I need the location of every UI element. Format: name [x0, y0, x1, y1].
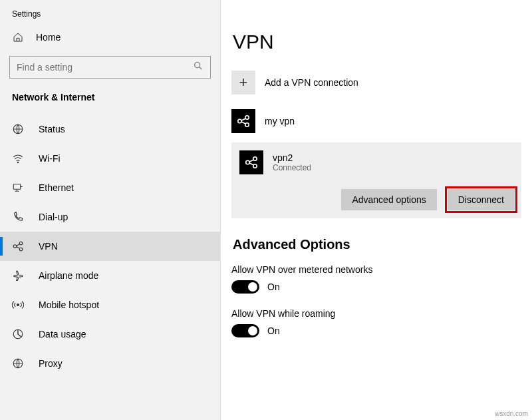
svg-point-11 — [238, 119, 242, 123]
plus-icon: + — [231, 71, 255, 95]
vpn-name: my vpn — [265, 116, 295, 126]
vpn-actions: Advanced options Disconnect — [239, 189, 515, 210]
vpn-connection-icon — [239, 150, 263, 174]
main-content: VPN + Add a VPN connection my vpn vpn2 C… — [221, 0, 532, 420]
vpn-selected-panel: vpn2 Connected Advanced options Disconne… — [231, 142, 521, 218]
nav-item-ethernet[interactable]: Ethernet — [0, 173, 220, 202]
svg-rect-4 — [13, 184, 21, 190]
nav-item-airplane[interactable]: Airplane mode — [0, 261, 220, 290]
vpn-name: vpn2 — [273, 152, 311, 163]
airplane-icon — [12, 270, 24, 282]
svg-point-15 — [253, 157, 257, 161]
add-vpn-label: Add a VPN connection — [265, 77, 358, 88]
dialup-icon — [12, 211, 24, 223]
nav-label: Mobile hotspot — [39, 300, 99, 310]
toggle-metered-group: Allow VPN over metered networks On — [231, 264, 521, 294]
nav-label: Airplane mode — [39, 270, 98, 281]
vpn-selected-item[interactable]: vpn2 Connected — [239, 150, 515, 174]
search-input[interactable] — [17, 62, 193, 73]
page-title: VPN — [233, 31, 521, 53]
toggle-label: Allow VPN over metered networks — [231, 264, 521, 275]
vpn-status: Connected — [273, 163, 311, 172]
vpn-connection-item[interactable]: my vpn — [231, 104, 521, 138]
watermark: wsxdn.com — [495, 410, 528, 417]
svg-point-13 — [245, 123, 249, 127]
svg-line-1 — [200, 67, 201, 69]
svg-point-3 — [17, 162, 19, 163]
toggle-state: On — [267, 282, 280, 292]
nav-item-dialup[interactable]: Dial-up — [0, 202, 220, 232]
vpn-connection-icon — [231, 109, 255, 133]
svg-point-0 — [195, 63, 200, 68]
home-label: Home — [36, 32, 61, 43]
datausage-icon — [12, 328, 24, 340]
nav-label: Dial-up — [39, 212, 68, 222]
toggle-label: Allow VPN while roaming — [231, 308, 521, 319]
svg-point-8 — [17, 304, 19, 306]
svg-point-6 — [19, 242, 23, 245]
nav-item-vpn[interactable]: VPN — [0, 232, 220, 261]
nav-item-datausage[interactable]: Data usage — [0, 319, 220, 349]
nav-label: Ethernet — [39, 182, 74, 193]
wifi-icon — [12, 152, 24, 164]
nav-item-status[interactable]: Status — [0, 114, 220, 144]
vpn-icon — [12, 240, 24, 252]
svg-point-16 — [253, 164, 257, 168]
svg-point-7 — [19, 248, 23, 251]
search-icon — [193, 61, 203, 74]
toggle-metered[interactable] — [231, 280, 259, 294]
window-title: Settings — [0, 0, 220, 25]
toggle-roaming[interactable] — [231, 324, 259, 337]
nav-label: Status — [39, 124, 65, 134]
hotspot-icon — [12, 299, 24, 311]
ethernet-icon — [12, 182, 24, 194]
toggle-state: On — [267, 325, 280, 336]
nav-label: Wi-Fi — [39, 153, 61, 164]
nav-item-hotspot[interactable]: Mobile hotspot — [0, 290, 220, 319]
add-vpn-button[interactable]: + Add a VPN connection — [231, 71, 521, 95]
svg-point-12 — [245, 116, 249, 120]
nav-label: VPN — [39, 241, 58, 252]
disconnect-button[interactable]: Disconnect — [448, 189, 515, 210]
nav-item-proxy[interactable]: Proxy — [0, 349, 220, 378]
advanced-options-heading: Advanced Options — [233, 237, 521, 252]
category-title: Network & Internet — [0, 88, 220, 114]
nav-label: Data usage — [39, 329, 86, 339]
nav-item-wifi[interactable]: Wi-Fi — [0, 144, 220, 173]
toggle-roaming-group: Allow VPN while roaming On — [231, 308, 521, 337]
home-icon — [12, 32, 24, 43]
advanced-options-button[interactable]: Advanced options — [341, 189, 436, 210]
nav-label: Proxy — [39, 358, 63, 369]
status-icon — [12, 123, 24, 135]
svg-point-5 — [13, 245, 17, 248]
svg-point-14 — [246, 160, 250, 164]
home-button[interactable]: Home — [0, 25, 220, 49]
sidebar: Settings Home Network & Internet Status … — [0, 0, 221, 420]
nav-list: Status Wi-Fi Ethernet Dial-up VPN — [0, 114, 220, 378]
proxy-icon — [12, 357, 24, 369]
search-box[interactable] — [9, 56, 211, 79]
